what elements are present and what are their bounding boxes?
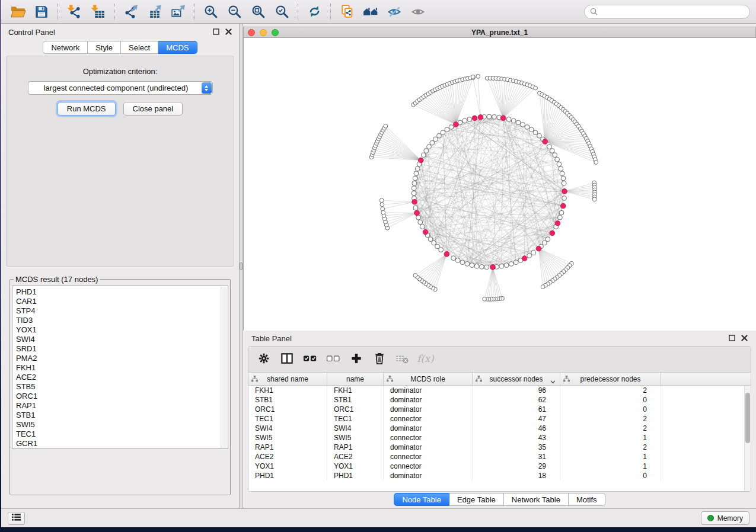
search-input[interactable] [601, 7, 744, 17]
mcds-result-item[interactable]: TEC1 [16, 430, 219, 439]
tab-mcds[interactable]: MCDS [158, 41, 197, 54]
cell-MCDS-role[interactable]: dominator [384, 386, 473, 395]
deselect-checkboxes-button[interactable] [326, 352, 340, 367]
cell-successor-nodes[interactable]: 18 [473, 471, 560, 480]
float-panel-icon[interactable] [213, 28, 219, 37]
task-history-button[interactable] [8, 512, 25, 525]
maximize-window-icon[interactable] [272, 29, 279, 36]
close-panel-icon[interactable] [225, 28, 232, 37]
cell-shared-name[interactable]: SWI4 [248, 424, 327, 433]
cell-successor-nodes[interactable]: 35 [473, 443, 560, 452]
cell-successor-nodes[interactable]: 61 [473, 405, 560, 414]
tab-edge-table[interactable]: Edge Table [449, 493, 504, 506]
cell-predecessor-nodes[interactable]: 1 [560, 462, 661, 471]
column-header-MCDS-role[interactable]: MCDS role [384, 373, 473, 385]
memory-button[interactable]: Memory [701, 511, 749, 525]
table-scrollbar-thumb[interactable] [745, 393, 750, 443]
cell-successor-nodes[interactable]: 62 [473, 395, 560, 405]
result-list-scrollbar[interactable] [221, 287, 227, 448]
cell-shared-name[interactable]: RAP1 [248, 443, 327, 452]
cell-name[interactable]: YOX1 [327, 462, 384, 471]
cell-predecessor-nodes[interactable]: 0 [560, 471, 661, 480]
cell-successor-nodes[interactable]: 43 [473, 433, 560, 443]
cell-MCDS-role[interactable]: connector [384, 452, 473, 462]
hide-selected-button[interactable] [382, 2, 406, 22]
cell-predecessor-nodes[interactable]: 2 [560, 443, 661, 452]
open-file-button[interactable] [6, 2, 30, 22]
cell-successor-nodes[interactable]: 47 [473, 414, 560, 424]
splitter-handle[interactable] [240, 262, 243, 270]
cell-name[interactable]: RAP1 [327, 443, 384, 452]
tab-network[interactable]: Network [43, 41, 88, 54]
import-table-button[interactable] [86, 2, 110, 22]
cell-name[interactable]: TEC1 [327, 414, 384, 424]
cell-name[interactable]: SWI4 [327, 424, 384, 433]
minimize-window-icon[interactable] [260, 29, 267, 36]
cell-name[interactable]: ACE2 [327, 452, 384, 462]
cell-predecessor-nodes[interactable]: 1 [560, 433, 661, 443]
cell-name[interactable]: SWI5 [327, 433, 384, 443]
vertical-splitter[interactable] [239, 24, 243, 508]
cell-MCDS-role[interactable]: dominator [384, 471, 473, 480]
refresh-network-button[interactable] [302, 2, 326, 22]
mcds-result-item[interactable]: FKH1 [16, 363, 219, 373]
cell-shared-name[interactable]: YOX1 [248, 462, 327, 471]
clone-network-button[interactable] [335, 2, 359, 22]
cell-predecessor-nodes[interactable]: 2 [560, 414, 661, 424]
mcds-result-item[interactable]: PHD1 [16, 287, 219, 297]
mcds-result-item[interactable]: SWI4 [16, 335, 219, 344]
cell-MCDS-role[interactable]: dominator [384, 395, 473, 405]
cell-successor-nodes[interactable]: 96 [473, 386, 560, 395]
mcds-result-item[interactable]: SRD1 [16, 344, 219, 354]
network-graph[interactable] [244, 38, 756, 330]
delete-column-button[interactable] [372, 352, 387, 367]
cell-name[interactable]: FKH1 [327, 386, 384, 395]
mcds-result-item[interactable]: YOX1 [16, 325, 219, 335]
column-header-shared-name[interactable]: shared name [248, 373, 327, 385]
column-header-name[interactable]: name [327, 373, 384, 385]
export-table-button[interactable] [142, 2, 166, 22]
optimization-criterion-dropdown[interactable]: largest connected component (undirected) [28, 81, 213, 95]
table-scrollbar[interactable] [744, 386, 751, 491]
first-neighbors-button[interactable] [359, 2, 382, 22]
tab-motifs[interactable]: Motifs [569, 493, 605, 506]
cell-shared-name[interactable]: TEC1 [248, 414, 327, 424]
mcds-result-item[interactable]: STB5 [16, 382, 219, 392]
cell-successor-nodes[interactable]: 31 [473, 452, 560, 462]
cell-shared-name[interactable]: PHD1 [248, 471, 327, 480]
mcds-result-item[interactable]: PMA2 [16, 354, 219, 363]
zoom-in-button[interactable] [199, 2, 222, 22]
cell-MCDS-role[interactable]: connector [384, 462, 473, 471]
cell-MCDS-role[interactable]: dominator [384, 424, 473, 433]
cell-shared-name[interactable]: ORC1 [248, 405, 327, 414]
save-session-button[interactable] [30, 2, 53, 22]
import-network-button[interactable] [62, 2, 86, 22]
column-header-predecessor-nodes[interactable]: predecessor nodes [560, 373, 661, 385]
export-network-button[interactable] [119, 2, 142, 22]
cell-predecessor-nodes[interactable]: 2 [560, 386, 661, 395]
zoom-selected-button[interactable] [270, 2, 294, 22]
zoom-out-button[interactable] [222, 2, 246, 22]
split-view-button[interactable] [280, 352, 294, 367]
mcds-result-item[interactable]: ACE2 [16, 373, 219, 382]
mcds-result-item[interactable]: GCR1 [16, 439, 219, 448]
column-header-successor-nodes[interactable]: successor nodes [473, 373, 560, 385]
cell-MCDS-role[interactable]: connector [384, 414, 473, 424]
zoom-fit-button[interactable] [246, 2, 270, 22]
cell-successor-nodes[interactable]: 46 [473, 424, 560, 433]
tab-node-table[interactable]: Node Table [394, 493, 449, 506]
mcds-result-item[interactable]: RAP1 [16, 401, 219, 411]
cell-MCDS-role[interactable]: connector [384, 433, 473, 443]
cell-name[interactable]: STB1 [327, 395, 384, 405]
table-settings-button[interactable] [257, 352, 271, 367]
cell-MCDS-role[interactable]: dominator [384, 443, 473, 452]
float-table-panel-icon[interactable] [729, 334, 735, 343]
show-all-button[interactable] [406, 2, 430, 22]
cell-name[interactable]: ORC1 [327, 405, 384, 414]
close-panel-button[interactable]: Close panel [123, 102, 183, 116]
tab-select[interactable]: Select [121, 41, 158, 54]
select-all-checkboxes-button[interactable] [303, 352, 317, 367]
cell-name[interactable]: PHD1 [327, 471, 384, 480]
cell-successor-nodes[interactable]: 29 [473, 462, 560, 471]
mcds-result-item[interactable]: STB1 [16, 411, 219, 420]
